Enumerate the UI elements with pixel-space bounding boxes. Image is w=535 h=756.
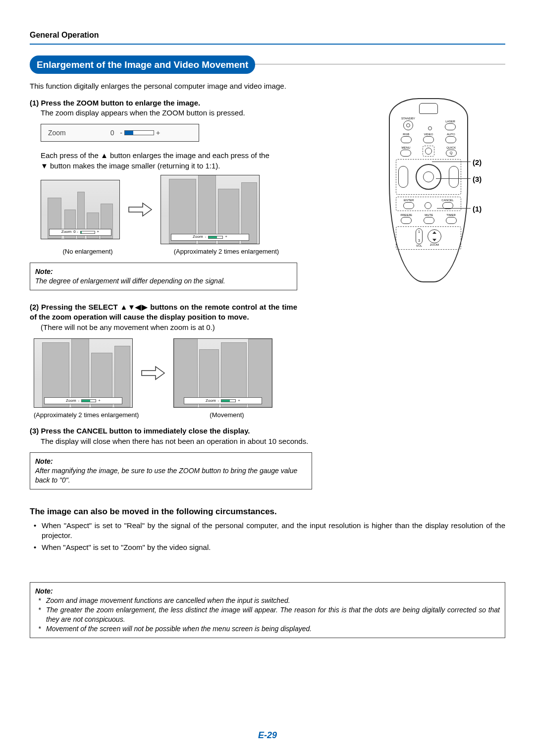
step3-body: The display will close when there has no… xyxy=(30,436,337,446)
illus-moved: Zoom-+ xyxy=(173,338,272,408)
zoom-value: 0 xyxy=(110,128,114,138)
bullet-2: When "Aspect" is set to "Zoom" by the vi… xyxy=(34,542,505,552)
vol-num-3: 3 xyxy=(418,238,420,243)
illus-no-enlargement: Zoom0 -+ xyxy=(41,180,120,239)
image-row-1: Zoom0 -+ Zoom-+ xyxy=(41,175,337,244)
footer-note-list: Zoom and image movement functions are ca… xyxy=(35,596,500,634)
main-column: (1) Press the ZOOM button to enlarge the… xyxy=(30,98,337,501)
laser-button[interactable]: LASER xyxy=(445,120,456,130)
vol-label: VOL xyxy=(416,244,422,247)
step2-heading: (2) Pressing the SELECT ▲▼◀▶ buttons on … xyxy=(30,302,297,323)
step1-body: The zoom display appears when the ZOOM b… xyxy=(30,108,337,118)
video-button[interactable]: VIDEO xyxy=(423,133,434,143)
section-title-row: Enlargement of the Image and Video Movem… xyxy=(30,55,505,72)
note-label: Note: xyxy=(35,587,500,596)
video-label: VIDEO xyxy=(424,133,433,136)
caption-movement: (Movement) xyxy=(177,411,276,420)
callout-3: (3) xyxy=(473,174,482,184)
callout-line-2 xyxy=(432,162,471,162)
center-button[interactable] xyxy=(425,148,432,155)
intro-text: This function digitally enlarges the per… xyxy=(30,81,315,91)
arrow-right-icon xyxy=(128,202,153,217)
caption-2x: (Approximately 2 times enlargement) xyxy=(169,247,283,256)
arrow-right-icon xyxy=(141,366,165,380)
select-pad-box xyxy=(396,159,461,195)
step1-heading: (1) Press the ZOOM button to enlarge the… xyxy=(30,98,337,108)
note-label: Note: xyxy=(35,268,53,275)
caption-no-enlarge: (No enlargement) xyxy=(41,247,135,256)
foot-note-3: Movement of the screen will not be possi… xyxy=(38,624,500,634)
remote-ir-window xyxy=(419,103,438,114)
timer-button[interactable]: TIMER xyxy=(446,214,457,224)
note1-body: The degree of enlargement will differ de… xyxy=(35,277,225,285)
standby-label: STANDBY xyxy=(401,117,415,120)
menu-button[interactable]: MENU xyxy=(400,146,411,157)
zoom-btn-label: ZOOM xyxy=(430,243,439,246)
mute-label: MUTE xyxy=(425,214,433,216)
cancel-button[interactable]: CANCEL xyxy=(441,199,453,209)
note-label: Note: xyxy=(35,457,53,465)
header-rule xyxy=(30,44,505,45)
step3-heading: (3) Press the CANCEL button to immediate… xyxy=(30,426,337,436)
callout-line-3 xyxy=(436,178,471,179)
zoom-label: Zoom xyxy=(48,128,66,138)
vol-num-1: 1 xyxy=(418,229,420,234)
callout-1: (1) xyxy=(473,204,482,214)
menu-label: MENU xyxy=(401,146,410,149)
step-3: (3) Press the CANCEL button to immediate… xyxy=(30,426,337,446)
callout-line-1 xyxy=(437,208,471,209)
step-1: (1) Press the ZOOM button to enlarge the… xyxy=(30,98,337,118)
illus-2x-b: Zoom-+ xyxy=(34,338,133,408)
image-row-2: Zoom-+ Zoom-+ xyxy=(34,338,337,408)
section-title: Enlargement of the Image and Video Movem… xyxy=(30,55,255,74)
mute-button[interactable]: MUTE xyxy=(424,214,434,224)
select-pad[interactable] xyxy=(416,164,441,190)
note2-body: After magnifying the image, be sure to u… xyxy=(35,467,297,484)
standby-button[interactable]: STANDBY xyxy=(401,117,415,130)
zoom-fill xyxy=(125,131,133,135)
center-button-box xyxy=(423,146,434,157)
side-column: STANDBY LASER RGB VIDEO AUTO xyxy=(352,98,505,501)
zoom-pad[interactable]: ZOOM xyxy=(428,229,441,247)
select-left[interactable] xyxy=(398,166,408,188)
power-icon xyxy=(403,120,413,130)
vol-rocker[interactable]: 1 3 VOL xyxy=(416,228,423,248)
status-led xyxy=(428,123,432,130)
rgb-label: RGB xyxy=(403,133,409,136)
vol-zoom-box: 1 3 VOL ZOOM xyxy=(396,226,461,250)
cancel-label: CANCEL xyxy=(441,199,453,202)
illus-2x-enlargement: Zoom-+ xyxy=(160,175,260,244)
timer-label: TIMER xyxy=(446,214,456,216)
foot-note-2: The greater the zoom enlargement, the le… xyxy=(38,605,500,624)
rgb-button[interactable]: RGB xyxy=(401,133,412,143)
remote-control: STANDBY LASER RGB VIDEO AUTO xyxy=(389,98,468,282)
caption-row-1: (No enlargement) (Approximately 2 times … xyxy=(41,247,337,256)
zoom-rocker-icon xyxy=(428,229,441,243)
page-number: E-29 xyxy=(0,729,535,741)
sub-heading: The image can also be moved in the follo… xyxy=(30,506,505,518)
zoom-osd-window: Zoom 0 - + xyxy=(41,124,199,142)
zoom-gauge: 0 - + xyxy=(110,128,160,138)
freeze-button[interactable]: FREEZE xyxy=(400,214,412,224)
zoom-track xyxy=(124,130,154,135)
footer-note-box: Note: Zoom and image movement functions … xyxy=(30,582,505,638)
foot-note-1: Zoom and image movement functions are ca… xyxy=(38,596,500,605)
page-header: General Operation xyxy=(30,30,505,45)
select-right[interactable] xyxy=(449,166,459,188)
bullet-list: When "Aspect" is set to "Real" by the si… xyxy=(30,521,505,553)
step2-body: (There will not be any movement when zoo… xyxy=(30,323,337,332)
enter-label: ENTER xyxy=(404,199,414,202)
auto-label: AUTO xyxy=(447,133,455,136)
header-title: General Operation xyxy=(30,30,505,41)
callout-2: (2) xyxy=(473,158,482,167)
caption-row-2: (Approximately 2 times enlargement) (Mov… xyxy=(34,411,337,420)
step1-extra-b: ▼ button makes the image smaller (return… xyxy=(30,161,337,171)
step1-extra-a: Each press of the ▲ button enlarges the … xyxy=(30,151,337,161)
freeze-label: FREEZE xyxy=(400,214,412,216)
quick-button[interactable]: QUICKQ xyxy=(446,146,457,157)
quick-label: QUICK xyxy=(446,146,456,149)
auto-button[interactable]: AUTO xyxy=(445,133,456,143)
enter-button[interactable]: ENTER xyxy=(403,199,414,209)
note-box-2: Note: After magnifying the image, be sur… xyxy=(30,452,312,489)
mid-button[interactable] xyxy=(425,199,431,209)
